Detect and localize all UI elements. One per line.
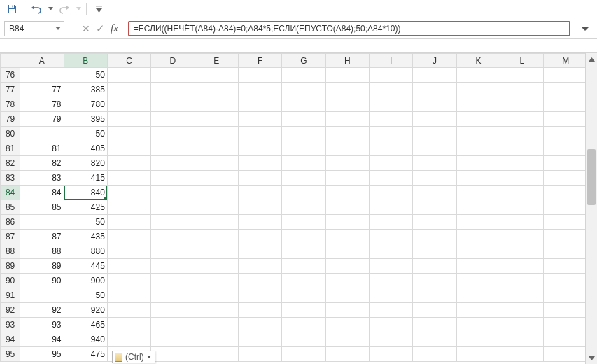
cell[interactable]: [107, 127, 150, 141]
cell[interactable]: 445: [64, 259, 107, 274]
cell[interactable]: [107, 303, 150, 318]
row-header[interactable]: 94: [1, 332, 20, 347]
cell[interactable]: [544, 230, 585, 244]
cell[interactable]: [282, 230, 325, 244]
cell[interactable]: 89: [20, 259, 64, 274]
column-header[interactable]: B: [64, 54, 107, 68]
cell[interactable]: [370, 186, 413, 200]
column-header[interactable]: G: [282, 54, 325, 68]
cell[interactable]: [500, 127, 544, 141]
row-header[interactable]: 95: [1, 347, 20, 362]
cell[interactable]: [500, 303, 544, 318]
column-header[interactable]: H: [325, 54, 369, 68]
cell[interactable]: 50: [64, 288, 107, 303]
cell[interactable]: [325, 200, 369, 215]
cell[interactable]: [456, 230, 500, 244]
vertical-scrollbar[interactable]: [585, 53, 597, 364]
cell[interactable]: [107, 215, 150, 230]
cell[interactable]: [544, 186, 585, 200]
cell[interactable]: [325, 215, 369, 230]
cell[interactable]: [370, 141, 413, 156]
cell[interactable]: 50: [64, 127, 107, 141]
cell[interactable]: [195, 230, 238, 244]
cell[interactable]: [370, 97, 413, 112]
row-header[interactable]: 91: [1, 288, 20, 303]
cell[interactable]: [413, 112, 456, 127]
cell[interactable]: [544, 141, 585, 156]
cell[interactable]: [195, 200, 238, 215]
cell[interactable]: [456, 347, 500, 362]
cell[interactable]: [107, 68, 150, 83]
cell[interactable]: [282, 112, 325, 127]
cell[interactable]: [107, 244, 150, 259]
cell[interactable]: [500, 156, 544, 171]
row-header[interactable]: 84: [1, 186, 20, 200]
cell[interactable]: [282, 215, 325, 230]
save-icon[interactable]: [4, 1, 20, 17]
cell[interactable]: [413, 347, 456, 362]
cell[interactable]: [456, 332, 500, 347]
cell[interactable]: [238, 186, 281, 200]
cell[interactable]: [325, 141, 369, 156]
row-header[interactable]: 86: [1, 215, 20, 230]
cell[interactable]: [413, 200, 456, 215]
cell[interactable]: 940: [64, 332, 107, 347]
accept-formula-icon[interactable]: ✓: [96, 22, 105, 35]
cell[interactable]: [107, 288, 150, 303]
cell[interactable]: [413, 288, 456, 303]
spreadsheet-grid[interactable]: ABCDEFGHIJKLM 76507777385787878079793958…: [0, 53, 585, 362]
column-header[interactable]: C: [107, 54, 150, 68]
cell[interactable]: [20, 127, 64, 141]
cell[interactable]: [195, 68, 238, 83]
row-header[interactable]: 80: [1, 127, 20, 141]
cell[interactable]: [544, 97, 585, 112]
cell[interactable]: [500, 68, 544, 83]
cell[interactable]: [456, 141, 500, 156]
cell[interactable]: [456, 244, 500, 259]
cell[interactable]: 50: [64, 215, 107, 230]
cell[interactable]: [282, 186, 325, 200]
row-header[interactable]: 92: [1, 303, 20, 318]
cell[interactable]: [413, 171, 456, 186]
cell[interactable]: [151, 68, 195, 83]
cell[interactable]: [370, 68, 413, 83]
paste-options-button[interactable]: (Ctrl): [112, 351, 155, 363]
cell[interactable]: [456, 171, 500, 186]
cell[interactable]: [151, 303, 195, 318]
cell[interactable]: 81: [20, 141, 64, 156]
column-header[interactable]: M: [544, 54, 585, 68]
cell[interactable]: [107, 141, 150, 156]
cell[interactable]: 435: [64, 230, 107, 244]
cell[interactable]: [238, 274, 281, 288]
cell[interactable]: [456, 303, 500, 318]
cell[interactable]: 88: [20, 244, 64, 259]
cell[interactable]: [282, 244, 325, 259]
cell[interactable]: [151, 230, 195, 244]
cell[interactable]: [456, 274, 500, 288]
cell[interactable]: [370, 200, 413, 215]
cell[interactable]: [151, 318, 195, 332]
cell[interactable]: [195, 303, 238, 318]
undo-dropdown-icon[interactable]: [47, 1, 54, 17]
cell[interactable]: [151, 127, 195, 141]
cell[interactable]: [107, 186, 150, 200]
cell[interactable]: [195, 112, 238, 127]
cell[interactable]: 94: [20, 332, 64, 347]
cell[interactable]: [238, 141, 281, 156]
cell[interactable]: [195, 347, 238, 362]
cell[interactable]: [238, 83, 281, 97]
cell[interactable]: [456, 318, 500, 332]
cell[interactable]: 475: [64, 347, 107, 362]
cell[interactable]: [107, 83, 150, 97]
row-header[interactable]: 89: [1, 259, 20, 274]
cell[interactable]: [500, 347, 544, 362]
cell[interactable]: [370, 112, 413, 127]
cell[interactable]: [107, 259, 150, 274]
cell[interactable]: [20, 215, 64, 230]
cell[interactable]: [325, 244, 369, 259]
cell[interactable]: [370, 332, 413, 347]
cell[interactable]: [238, 215, 281, 230]
cell[interactable]: [195, 332, 238, 347]
scroll-up-icon[interactable]: [586, 53, 597, 65]
cell[interactable]: [151, 274, 195, 288]
